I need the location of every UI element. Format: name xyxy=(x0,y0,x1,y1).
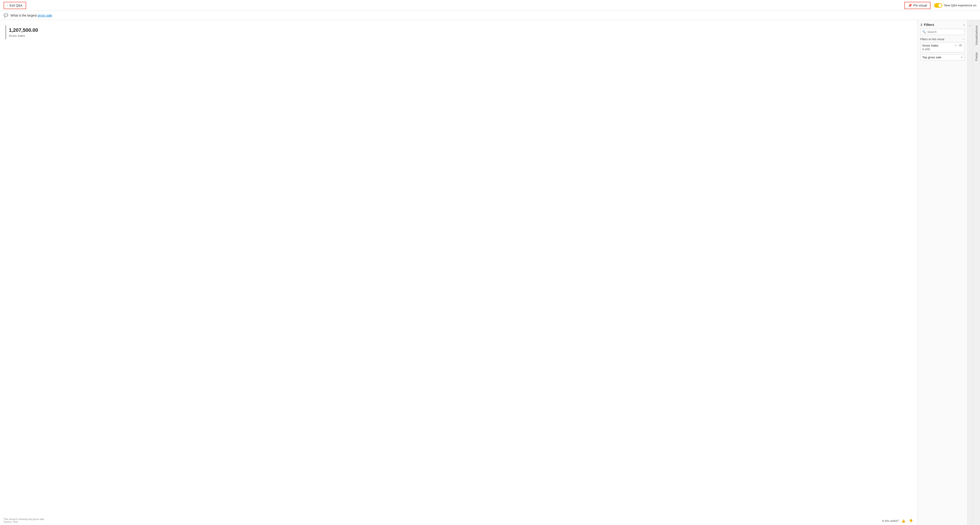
filters-panel: ⊻ Filters › 🔍 Filters on this visual ···… xyxy=(917,20,967,525)
visual-result: 1,207,500.00 Gross Sales xyxy=(5,25,912,39)
filters-header: ⊻ Filters › xyxy=(920,23,964,27)
tab-visualizations[interactable]: Visualizations xyxy=(973,22,980,49)
top-bar: ‹ Exit Q&A 📌 Pin visual New Q&A experien… xyxy=(0,0,980,11)
collapse-panel-button[interactable]: ‹ xyxy=(969,23,971,28)
filters-title: Filters xyxy=(924,23,934,27)
thumbs-down-button[interactable]: 👎 xyxy=(908,519,914,523)
footer-note-text: This visual is showing top gross sale xyxy=(4,518,44,520)
visual-area: 1,207,500.00 Gross Sales This visual is … xyxy=(0,20,917,525)
footer-note: This visual is showing top gross sale So… xyxy=(4,518,914,523)
chat-bubble-icon: 💬 xyxy=(4,13,8,17)
filters-title-row: ⊻ Filters xyxy=(920,23,934,27)
filter-chip-label: Top gross sale xyxy=(922,56,941,59)
question-text[interactable]: What is the largest gross sale xyxy=(10,14,976,17)
exit-qna-button[interactable]: ‹ Exit Q&A xyxy=(4,2,26,9)
chevron-left-icon: ‹ xyxy=(7,4,8,7)
question-bar: 💬 What is the largest gross sale xyxy=(0,11,980,20)
filters-section-text: Filters on this visual xyxy=(920,38,944,41)
filter-card-actions: ∨ ⌫ xyxy=(955,44,963,47)
top-bar-right: 📌 Pin visual New Q&A experience on xyxy=(904,2,976,9)
top-bar-left: ‹ Exit Q&A xyxy=(4,2,26,9)
filter-card-name: Gross Sales xyxy=(922,44,939,47)
collapse-arrow-panel: ‹ xyxy=(967,20,973,525)
side-tabs: Visualizations Fields xyxy=(973,20,980,525)
more-options-icon[interactable]: ··· xyxy=(962,38,964,41)
filter-chip: Top gross sale × xyxy=(920,54,964,60)
filter-icon: ⊻ xyxy=(920,23,923,27)
footer-useful-area: Is this useful? 👍 👎 xyxy=(882,519,914,523)
filter-card-header: Gross Sales ∨ ⌫ xyxy=(922,44,963,47)
main-content: 1,207,500.00 Gross Sales This visual is … xyxy=(0,20,980,525)
filter-clear-button[interactable]: ⌫ xyxy=(958,44,963,47)
filters-expand-button[interactable]: › xyxy=(963,23,964,27)
thumbs-up-button[interactable]: 👍 xyxy=(900,519,906,523)
result-label: Gross Sales xyxy=(9,34,912,38)
pin-visual-label: Pin visual xyxy=(913,4,927,7)
search-icon: 🔍 xyxy=(922,30,926,33)
filter-card-value: is (All) xyxy=(922,48,963,51)
question-prefix: What is the largest xyxy=(10,14,38,17)
filter-search-box[interactable]: 🔍 xyxy=(920,29,964,35)
pin-visual-button[interactable]: 📌 Pin visual xyxy=(904,2,931,9)
filters-section-label: Filters on this visual ··· xyxy=(920,38,964,41)
exit-qna-label: Exit Q&A xyxy=(10,4,22,7)
filter-card: Gross Sales ∨ ⌫ is (All) xyxy=(920,42,964,52)
useful-label: Is this useful? xyxy=(882,519,899,522)
pin-icon: 📌 xyxy=(908,4,912,7)
result-value: 1,207,500.00 xyxy=(9,27,912,33)
filter-chip-close-button[interactable]: × xyxy=(961,56,963,59)
filter-search-input[interactable] xyxy=(927,30,966,33)
question-underlined: gross sale xyxy=(38,14,52,17)
footer-source-text: Source: Test xyxy=(4,520,18,523)
filter-dropdown-button[interactable]: ∨ xyxy=(955,44,957,47)
new-experience-label: New Q&A experience on xyxy=(944,4,976,7)
tab-fields[interactable]: Fields xyxy=(973,49,980,65)
visual-footer: This visual is showing top gross sale So… xyxy=(0,516,917,525)
new-experience-toggle-area: New Q&A experience on xyxy=(934,3,976,8)
new-experience-toggle[interactable] xyxy=(934,3,942,8)
